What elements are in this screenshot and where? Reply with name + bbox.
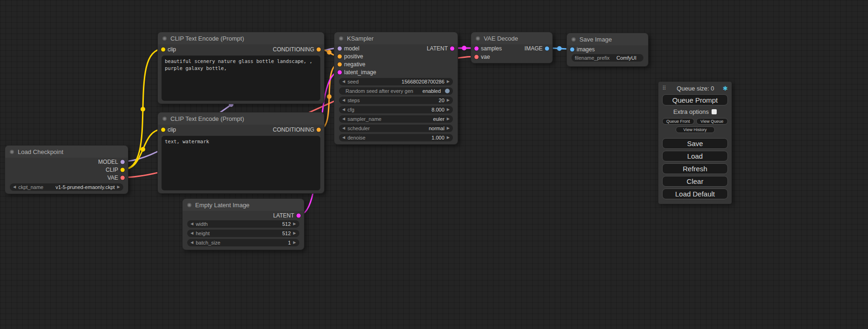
node-header[interactable]: VAE Decode [471, 32, 552, 44]
output-slot-model[interactable] [120, 160, 125, 164]
output-slot-conditioning[interactable] [317, 48, 321, 52]
increment-arrow-icon[interactable]: ▶ [447, 136, 450, 140]
decrement-arrow-icon[interactable]: ◀ [342, 136, 345, 140]
node-ksampler[interactable]: KSampler model LATENT positive negative … [334, 32, 458, 145]
save-button[interactable]: Save [662, 138, 728, 149]
widget-name: denoise [347, 135, 366, 140]
load-button[interactable]: Load [662, 151, 728, 161]
node-vae-decode[interactable]: VAE Decode samples IMAGE vae [471, 32, 553, 63]
decrement-arrow-icon[interactable]: ◀ [342, 98, 345, 102]
input-slot-negative[interactable] [338, 62, 342, 66]
collapse-toggle-icon[interactable] [187, 203, 191, 207]
output-label-conditioning: CONDITIONING [273, 126, 314, 133]
collapse-toggle-icon[interactable] [572, 37, 576, 42]
extra-options-checkbox[interactable] [712, 109, 717, 114]
input-slot-clip[interactable] [161, 128, 165, 132]
increment-arrow-icon[interactable]: ▶ [447, 108, 450, 112]
node-header[interactable]: CLIP Text Encode (Prompt) [158, 112, 324, 125]
node-graph-canvas[interactable]: Load Checkpoint MODEL CLIP VAE ◀ ckpt_na… [0, 0, 868, 329]
increment-arrow-icon[interactable]: ▶ [117, 185, 120, 189]
widget-height[interactable]: ◀ height 512 ▶ [187, 230, 299, 237]
toggle-knob-icon[interactable] [445, 89, 450, 93]
widget-denoise[interactable]: ◀ denoise 1.000 ▶ [339, 134, 453, 141]
queue-size-label: Queue size: 0 [668, 85, 723, 92]
collapse-toggle-icon[interactable] [10, 150, 14, 154]
widget-seed[interactable]: ◀ seed 156680208700286 ▶ [339, 78, 453, 85]
decrement-arrow-icon[interactable]: ◀ [342, 108, 345, 112]
collapse-toggle-icon[interactable] [162, 117, 167, 121]
collapse-toggle-icon[interactable] [162, 36, 167, 41]
drag-handle-icon[interactable]: ⠿ [662, 85, 666, 91]
input-row-latent-image: latent_image [334, 68, 458, 76]
widget-steps[interactable]: ◀ steps 20 ▶ [339, 97, 453, 104]
decrement-arrow-icon[interactable]: ◀ [342, 126, 345, 130]
decrement-arrow-icon[interactable]: ◀ [13, 185, 16, 189]
queue-panel-header: ⠿ Queue size: 0 ✱ [658, 84, 732, 93]
node-clip-text-encode-negative[interactable]: CLIP Text Encode (Prompt) clip CONDITION… [157, 112, 325, 194]
node-empty-latent-image[interactable]: Empty Latent Image LATENT ◀ width 512 ▶ … [182, 198, 304, 250]
node-clip-text-encode-positive[interactable]: CLIP Text Encode (Prompt) clip CONDITION… [157, 32, 325, 104]
widget-name: Random seed after every gen [346, 88, 413, 94]
load-default-button[interactable]: Load Default [662, 189, 728, 199]
widget-filename-prefix[interactable]: filename_prefix ComfyUI [572, 54, 643, 62]
widget-random-seed-toggle[interactable]: Random seed after every gen enabled [339, 87, 453, 95]
widget-batch-size[interactable]: ◀ batch_size 1 ▶ [187, 239, 299, 246]
collapse-toggle-icon[interactable] [476, 36, 480, 41]
input-slot-images[interactable] [570, 47, 574, 51]
decrement-arrow-icon[interactable]: ◀ [191, 241, 193, 245]
output-slot-vae[interactable] [120, 175, 125, 180]
input-slot-latent-image[interactable] [338, 70, 342, 74]
output-slot-clip[interactable] [120, 168, 125, 172]
output-slot-image[interactable] [545, 47, 549, 51]
output-slot-latent[interactable] [296, 214, 301, 218]
slot-row-clip-conditioning: clip CONDITIONING [158, 125, 324, 135]
input-slot-positive[interactable] [338, 54, 342, 58]
settings-gear-icon[interactable]: ✱ [723, 85, 728, 92]
output-slot-latent[interactable] [450, 46, 454, 50]
input-slot-model[interactable] [338, 46, 342, 50]
node-header[interactable]: CLIP Text Encode (Prompt) [158, 32, 324, 44]
prompt-textarea[interactable]: text, watermark [162, 136, 320, 190]
extra-options-label: Extra options [673, 108, 709, 115]
node-load-checkpoint[interactable]: Load Checkpoint MODEL CLIP VAE ◀ ckpt_na… [5, 145, 128, 194]
input-slot-clip[interactable] [161, 48, 165, 52]
refresh-button[interactable]: Refresh [662, 163, 728, 174]
increment-arrow-icon[interactable]: ▶ [293, 241, 296, 245]
widget-sampler-name[interactable]: ◀ sampler_name euler ▶ [339, 115, 453, 123]
view-queue-button[interactable]: View Queue [696, 118, 728, 125]
view-history-button[interactable]: View History [676, 126, 715, 133]
collapse-toggle-icon[interactable] [339, 36, 343, 41]
increment-arrow-icon[interactable]: ▶ [447, 117, 450, 121]
widget-value: ComfyUI [616, 55, 636, 61]
link-midpoint-dot-image [557, 46, 562, 51]
decrement-arrow-icon[interactable]: ◀ [342, 117, 345, 121]
queue-prompt-button[interactable]: Queue Prompt [662, 94, 728, 105]
node-save-image[interactable]: Save Image images filename_prefix ComfyU… [566, 33, 649, 67]
input-slot-vae[interactable] [474, 55, 479, 59]
decrement-arrow-icon[interactable]: ◀ [342, 80, 345, 84]
widget-cfg[interactable]: ◀ cfg 8.000 ▶ [339, 106, 453, 113]
node-header[interactable]: Empty Latent Image [183, 199, 304, 211]
decrement-arrow-icon[interactable]: ◀ [191, 222, 193, 226]
node-header[interactable]: Save Image [567, 33, 648, 45]
input-label-negative: negative [344, 61, 365, 68]
increment-arrow-icon[interactable]: ▶ [447, 98, 450, 102]
widget-width[interactable]: ◀ width 512 ▶ [187, 220, 299, 228]
node-header[interactable]: KSampler [334, 32, 458, 44]
increment-arrow-icon[interactable]: ▶ [447, 126, 450, 130]
input-slot-samples[interactable] [474, 47, 479, 51]
increment-arrow-icon[interactable]: ▶ [447, 80, 450, 84]
prompt-textarea[interactable]: beautiful scenery nature glass bottle la… [162, 56, 320, 101]
node-header[interactable]: Load Checkpoint [5, 146, 128, 158]
input-row-positive: positive [334, 52, 458, 60]
increment-arrow-icon[interactable]: ▶ [293, 222, 296, 226]
widget-scheduler[interactable]: ◀ scheduler normal ▶ [339, 125, 453, 132]
widget-ckpt-name[interactable]: ◀ ckpt_name v1-5-pruned-emaonly.ckpt ▶ [10, 183, 123, 191]
queue-front-button[interactable]: Queue Front [662, 118, 694, 125]
clear-button[interactable]: Clear [662, 176, 728, 187]
increment-arrow-icon[interactable]: ▶ [293, 231, 296, 235]
input-label-clip: clip [168, 126, 176, 133]
decrement-arrow-icon[interactable]: ◀ [191, 231, 193, 235]
widget-value: 156680208700286 [402, 79, 445, 84]
output-slot-conditioning[interactable] [317, 128, 321, 132]
